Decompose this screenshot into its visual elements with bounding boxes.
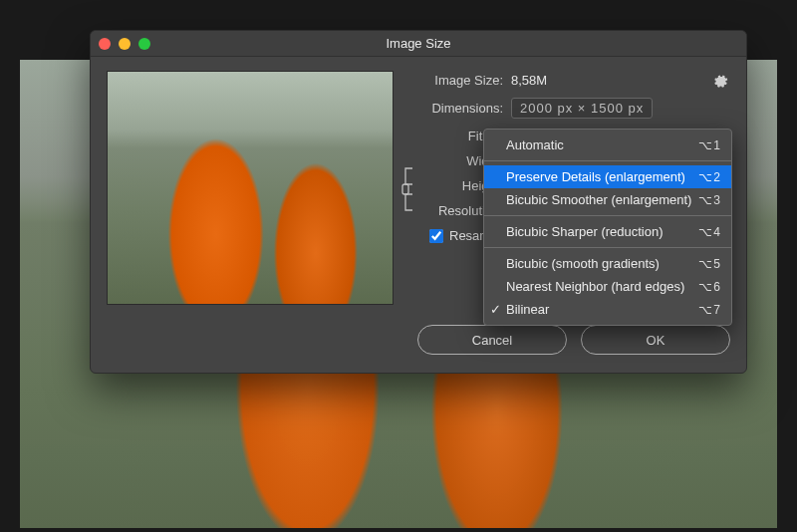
resample-option[interactable]: ✓Bilinear⌥7 [484,298,731,321]
check-icon: ✓ [490,302,501,317]
dimensions-label: Dimensions: [413,101,503,116]
resample-option-shortcut: ⌥7 [698,303,721,317]
resample-option-shortcut: ⌥3 [698,193,721,207]
resample-option-shortcut: ⌥4 [698,225,721,239]
resample-option[interactable]: Preserve Details (enlargement)⌥2 [484,165,731,188]
close-icon[interactable] [99,38,111,50]
resample-option-shortcut: ⌥2 [698,170,721,184]
resample-option-label: Bilinear [506,302,549,317]
resample-dropdown-menu[interactable]: Automatic⌥1Preserve Details (enlargement… [483,129,732,326]
resample-option[interactable]: Bicubic Smoother (enlargement)⌥3 [484,188,731,211]
image-size-row: Image Size: 8,58M [413,73,730,88]
resample-option-label: Automatic [506,137,564,152]
image-size-dialog: Image Size Image Size: 8,58M Dimensions:… [90,30,747,374]
image-size-label: Image Size: [413,73,503,88]
resample-option[interactable]: Automatic⌥1 [484,133,731,156]
dialog-titlebar[interactable]: Image Size [91,31,746,57]
gear-icon[interactable] [712,73,728,89]
menu-separator [484,160,731,161]
resample-option[interactable]: Nearest Neighbor (hard edges)⌥6 [484,275,731,298]
resample-option-shortcut: ⌥5 [698,257,721,271]
dialog-title: Image Size [91,36,746,51]
resample-option[interactable]: Bicubic Sharper (reduction)⌥4 [484,220,731,243]
resample-option-label: Bicubic Sharper (reduction) [506,224,664,239]
dimensions-value[interactable]: 2000 px × 1500 px [511,98,653,119]
resample-option-label: Bicubic Smoother (enlargement) [506,192,691,207]
resample-option-shortcut: ⌥1 [698,138,721,152]
resample-option-label: Bicubic (smooth gradients) [506,256,660,271]
menu-separator [484,215,731,216]
constrain-proportions-icon[interactable] [398,164,419,214]
maximize-icon[interactable] [138,38,150,50]
ok-button[interactable]: OK [581,325,730,355]
svg-rect-0 [402,184,408,194]
resample-option[interactable]: Bicubic (smooth gradients)⌥5 [484,252,731,275]
image-size-value: 8,58M [511,73,547,88]
resample-option-shortcut: ⌥6 [698,280,721,294]
resample-option-label: Nearest Neighbor (hard edges) [506,279,684,294]
minimize-icon[interactable] [119,38,131,50]
dimensions-row: Dimensions: 2000 px × 1500 px [413,98,730,119]
cancel-button[interactable]: Cancel [417,325,567,355]
menu-separator [484,247,731,248]
resample-checkbox[interactable] [429,229,443,243]
image-preview[interactable] [107,71,394,305]
window-traffic-lights [99,38,150,50]
resample-option-label: Preserve Details (enlargement) [506,169,685,184]
